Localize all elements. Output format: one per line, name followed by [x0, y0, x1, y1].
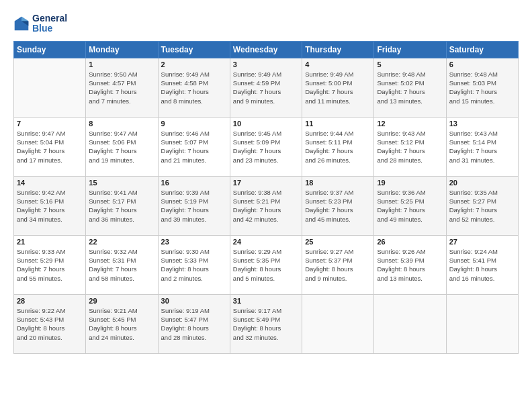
day-info: Sunrise: 9:24 AM Sunset: 5:41 PM Dayligh…: [449, 247, 515, 283]
weekday-header-thursday: Thursday: [302, 41, 374, 58]
day-number: 17: [233, 179, 299, 187]
calendar-cell: 5Sunrise: 9:48 AM Sunset: 5:02 PM Daylig…: [374, 58, 446, 117]
calendar-cell: 22Sunrise: 9:32 AM Sunset: 5:31 PM Dayli…: [86, 235, 158, 294]
day-info: Sunrise: 9:43 AM Sunset: 5:12 PM Dayligh…: [377, 129, 443, 165]
day-number: 6: [449, 60, 515, 68]
day-number: 16: [161, 179, 227, 187]
day-number: 10: [233, 120, 299, 128]
calendar-cell: 1Sunrise: 9:50 AM Sunset: 4:57 PM Daylig…: [86, 58, 158, 117]
weekday-header-wednesday: Wednesday: [230, 41, 302, 58]
calendar-cell: 11Sunrise: 9:44 AM Sunset: 5:11 PM Dayli…: [302, 117, 374, 176]
day-info: Sunrise: 9:32 AM Sunset: 5:31 PM Dayligh…: [89, 247, 154, 283]
day-info: Sunrise: 9:19 AM Sunset: 5:47 PM Dayligh…: [161, 306, 227, 342]
day-info: Sunrise: 9:42 AM Sunset: 5:16 PM Dayligh…: [17, 188, 83, 224]
day-number: 8: [89, 120, 154, 128]
day-number: 25: [305, 238, 371, 246]
day-info: Sunrise: 9:48 AM Sunset: 5:03 PM Dayligh…: [449, 70, 515, 105]
calendar-cell: 17Sunrise: 9:38 AM Sunset: 5:21 PM Dayli…: [230, 176, 302, 235]
day-info: Sunrise: 9:44 AM Sunset: 5:11 PM Dayligh…: [305, 129, 371, 165]
calendar-cell: 13Sunrise: 9:43 AM Sunset: 5:14 PM Dayli…: [446, 117, 518, 176]
day-info: Sunrise: 9:50 AM Sunset: 4:57 PM Dayligh…: [89, 70, 154, 105]
calendar-cell: [446, 294, 518, 353]
weekday-header-tuesday: Tuesday: [158, 41, 230, 58]
day-info: Sunrise: 9:39 AM Sunset: 5:19 PM Dayligh…: [161, 188, 227, 224]
day-number: 12: [377, 120, 443, 128]
day-number: 7: [17, 120, 83, 128]
day-number: 3: [233, 60, 299, 68]
day-info: Sunrise: 9:46 AM Sunset: 5:07 PM Dayligh…: [161, 129, 227, 165]
weekday-header-sunday: Sunday: [14, 41, 86, 58]
day-number: 19: [377, 179, 443, 187]
day-number: 28: [17, 297, 83, 305]
svg-marker-1: [21, 17, 28, 21]
weekday-header-friday: Friday: [374, 41, 446, 58]
calendar-cell: 3Sunrise: 9:49 AM Sunset: 4:59 PM Daylig…: [230, 58, 302, 117]
day-info: Sunrise: 9:38 AM Sunset: 5:21 PM Dayligh…: [233, 188, 299, 224]
calendar-cell: 4Sunrise: 9:49 AM Sunset: 5:00 PM Daylig…: [302, 58, 374, 117]
day-number: 22: [89, 238, 154, 246]
calendar-cell: 27Sunrise: 9:24 AM Sunset: 5:41 PM Dayli…: [446, 235, 518, 294]
calendar-cell: 31Sunrise: 9:17 AM Sunset: 5:49 PM Dayli…: [230, 294, 302, 353]
calendar-cell: 9Sunrise: 9:46 AM Sunset: 5:07 PM Daylig…: [158, 117, 230, 176]
calendar-cell: 28Sunrise: 9:22 AM Sunset: 5:43 PM Dayli…: [14, 294, 86, 353]
day-number: 5: [377, 60, 443, 68]
calendar-cell: 19Sunrise: 9:36 AM Sunset: 5:25 PM Dayli…: [374, 176, 446, 235]
day-number: 13: [449, 120, 515, 128]
day-number: 18: [305, 179, 371, 187]
calendar-table: SundayMondayTuesdayWednesdayThursdayFrid…: [13, 41, 519, 354]
day-info: Sunrise: 9:49 AM Sunset: 5:00 PM Dayligh…: [305, 70, 371, 105]
day-number: 21: [17, 238, 83, 246]
day-number: 15: [89, 179, 154, 187]
day-info: Sunrise: 9:30 AM Sunset: 5:33 PM Dayligh…: [161, 247, 227, 283]
page-header: General Blue: [13, 13, 519, 34]
calendar-cell: 30Sunrise: 9:19 AM Sunset: 5:47 PM Dayli…: [158, 294, 230, 353]
day-info: Sunrise: 9:35 AM Sunset: 5:27 PM Dayligh…: [449, 188, 515, 224]
day-info: Sunrise: 9:49 AM Sunset: 4:58 PM Dayligh…: [161, 70, 227, 105]
calendar-cell: 14Sunrise: 9:42 AM Sunset: 5:16 PM Dayli…: [14, 176, 86, 235]
calendar-cell: 12Sunrise: 9:43 AM Sunset: 5:12 PM Dayli…: [374, 117, 446, 176]
calendar-cell: 18Sunrise: 9:37 AM Sunset: 5:23 PM Dayli…: [302, 176, 374, 235]
day-number: 30: [161, 297, 227, 305]
calendar-cell: 2Sunrise: 9:49 AM Sunset: 4:58 PM Daylig…: [158, 58, 230, 117]
day-number: 1: [89, 60, 154, 68]
day-info: Sunrise: 9:21 AM Sunset: 5:45 PM Dayligh…: [89, 306, 154, 342]
day-info: Sunrise: 9:22 AM Sunset: 5:43 PM Dayligh…: [17, 306, 83, 342]
calendar-cell: 7Sunrise: 9:47 AM Sunset: 5:04 PM Daylig…: [14, 117, 86, 176]
day-number: 24: [233, 238, 299, 246]
calendar-cell: 25Sunrise: 9:27 AM Sunset: 5:37 PM Dayli…: [302, 235, 374, 294]
calendar-cell: 16Sunrise: 9:39 AM Sunset: 5:19 PM Dayli…: [158, 176, 230, 235]
day-info: Sunrise: 9:43 AM Sunset: 5:14 PM Dayligh…: [449, 129, 515, 165]
day-info: Sunrise: 9:45 AM Sunset: 5:09 PM Dayligh…: [233, 129, 299, 165]
day-info: Sunrise: 9:33 AM Sunset: 5:29 PM Dayligh…: [17, 247, 83, 283]
day-number: 4: [305, 60, 371, 68]
day-number: 27: [449, 238, 515, 246]
calendar-cell: [14, 58, 86, 117]
calendar-cell: 10Sunrise: 9:45 AM Sunset: 5:09 PM Dayli…: [230, 117, 302, 176]
day-info: Sunrise: 9:26 AM Sunset: 5:39 PM Dayligh…: [377, 247, 443, 283]
day-number: 29: [89, 297, 154, 305]
day-number: 20: [449, 179, 515, 187]
calendar-cell: 15Sunrise: 9:41 AM Sunset: 5:17 PM Dayli…: [86, 176, 158, 235]
day-info: Sunrise: 9:47 AM Sunset: 5:06 PM Dayligh…: [89, 129, 154, 165]
day-number: 23: [161, 238, 227, 246]
calendar-cell: 29Sunrise: 9:21 AM Sunset: 5:45 PM Dayli…: [86, 294, 158, 353]
calendar-cell: 20Sunrise: 9:35 AM Sunset: 5:27 PM Dayli…: [446, 176, 518, 235]
day-number: 14: [17, 179, 83, 187]
calendar-cell: 8Sunrise: 9:47 AM Sunset: 5:06 PM Daylig…: [86, 117, 158, 176]
day-info: Sunrise: 9:36 AM Sunset: 5:25 PM Dayligh…: [377, 188, 443, 224]
day-info: Sunrise: 9:41 AM Sunset: 5:17 PM Dayligh…: [89, 188, 154, 224]
day-number: 11: [305, 120, 371, 128]
day-number: 2: [161, 60, 227, 68]
day-number: 9: [161, 120, 227, 128]
day-info: Sunrise: 9:48 AM Sunset: 5:02 PM Dayligh…: [377, 70, 443, 105]
day-number: 26: [377, 238, 443, 246]
day-info: Sunrise: 9:49 AM Sunset: 4:59 PM Dayligh…: [233, 70, 299, 105]
weekday-header-monday: Monday: [86, 41, 158, 58]
day-info: Sunrise: 9:47 AM Sunset: 5:04 PM Dayligh…: [17, 129, 83, 165]
logo: General Blue: [13, 13, 67, 34]
day-info: Sunrise: 9:27 AM Sunset: 5:37 PM Dayligh…: [305, 247, 371, 283]
day-number: 31: [233, 297, 299, 305]
day-info: Sunrise: 9:37 AM Sunset: 5:23 PM Dayligh…: [305, 188, 371, 224]
calendar-cell: [302, 294, 374, 353]
calendar-cell: 21Sunrise: 9:33 AM Sunset: 5:29 PM Dayli…: [14, 235, 86, 294]
